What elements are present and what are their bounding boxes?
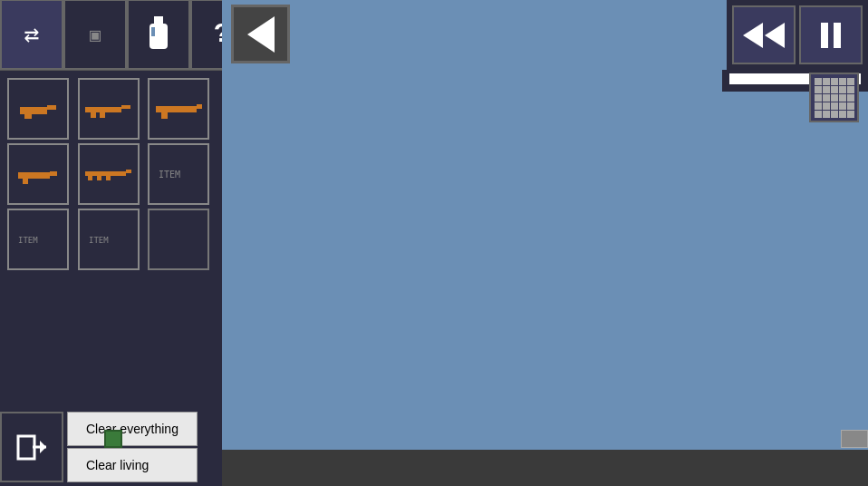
exit-button[interactable]: [0, 412, 63, 482]
svg-text:ITEM: ITEM: [89, 236, 109, 245]
svg-text:ITEM: ITEM: [18, 236, 38, 245]
svg-rect-11: [197, 104, 202, 109]
weapon-cell-9[interactable]: [148, 209, 209, 270]
svg-rect-12: [161, 112, 168, 119]
unknown-icon: ▣: [90, 24, 101, 46]
svg-rect-20: [106, 176, 111, 180]
weapon-icon-6: ITEM: [154, 163, 204, 186]
svg-rect-0: [154, 16, 163, 24]
rewind-icon: [743, 23, 785, 48]
grid-toggle-button[interactable]: [809, 73, 859, 122]
weapon-cell-7[interactable]: ITEM: [7, 209, 69, 270]
svg-rect-9: [100, 112, 105, 118]
switch-icon: ⇄: [24, 19, 40, 50]
svg-rect-5: [24, 114, 32, 119]
weapon-icon-4: [15, 163, 61, 186]
back-arrow-icon: [247, 16, 275, 53]
unknown-button[interactable]: ▣: [63, 0, 127, 70]
svg-rect-10: [156, 106, 197, 112]
svg-rect-8: [91, 112, 96, 118]
weapon-icon-2: [83, 98, 133, 121]
svg-rect-4: [47, 105, 56, 110]
svg-rect-15: [23, 179, 28, 184]
svg-rect-16: [85, 171, 126, 176]
playback-controls: [727, 0, 868, 70]
svg-rect-2: [151, 27, 155, 36]
weapon-icon-1: [15, 98, 61, 121]
svg-rect-14: [50, 171, 57, 176]
toolbar: ⇄ ▣ ?: [0, 0, 222, 71]
weapon-icon-3: [154, 98, 204, 121]
weapon-icon-7: ITEM: [15, 230, 61, 248]
svg-rect-17: [126, 170, 131, 173]
right-entity: [841, 430, 868, 448]
svg-rect-6: [85, 107, 121, 112]
svg-rect-3: [20, 107, 47, 114]
clear-living-button[interactable]: Clear living: [67, 448, 198, 482]
context-menu: Clear everything Clear living: [67, 412, 198, 484]
svg-rect-24: [18, 436, 34, 459]
weapon-cell-8[interactable]: ITEM: [78, 209, 140, 270]
weapon-cell-6[interactable]: ITEM: [148, 143, 209, 205]
exit-icon: [16, 432, 48, 463]
svg-rect-13: [18, 172, 50, 179]
grid-icon: [815, 78, 854, 118]
svg-rect-18: [88, 176, 92, 180]
ground-bar: [222, 450, 868, 486]
svg-text:ITEM: ITEM: [159, 170, 180, 180]
weapon-grid: ITEM ITEM ITEM: [0, 71, 222, 277]
back-button[interactable]: [231, 5, 290, 63]
bottle-button[interactable]: [127, 0, 190, 70]
svg-marker-26: [40, 441, 46, 453]
weapon-cell-4[interactable]: [7, 143, 69, 205]
svg-rect-19: [97, 176, 101, 180]
switch-button[interactable]: ⇄: [0, 0, 63, 70]
svg-rect-7: [121, 105, 130, 109]
weapon-cell-5[interactable]: [78, 143, 140, 205]
weapon-cell-1[interactable]: [7, 78, 69, 140]
weapon-icon-8: ITEM: [86, 230, 131, 248]
weapon-icon-5: [83, 165, 133, 183]
weapon-cell-3[interactable]: [148, 78, 209, 140]
pause-icon: [821, 23, 841, 48]
clear-everything-button[interactable]: Clear everything: [67, 412, 198, 446]
rewind-button[interactable]: [732, 5, 796, 64]
bottle-icon: [144, 16, 173, 53]
pause-button[interactable]: [799, 5, 863, 64]
weapon-cell-2[interactable]: [78, 78, 140, 140]
game-entity: [104, 430, 122, 448]
